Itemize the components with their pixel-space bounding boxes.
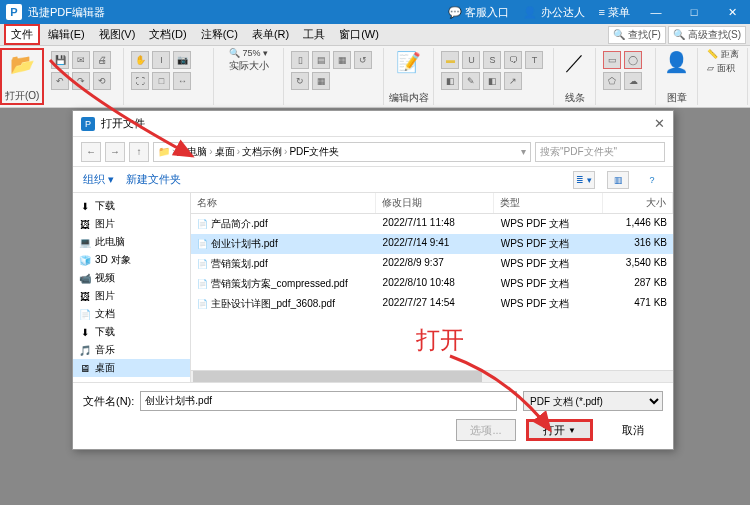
- textbox-icon[interactable]: T: [525, 51, 543, 69]
- file-type-filter[interactable]: PDF 文档 (*.pdf): [523, 391, 663, 411]
- file-row[interactable]: 📄营销策划.pdf2022/8/9 9:37WPS PDF 文档3,540 KB: [191, 254, 673, 274]
- col-date[interactable]: 修改日期: [376, 193, 494, 213]
- menu-window[interactable]: 窗口(W): [333, 25, 385, 44]
- nav-up-icon[interactable]: ↑: [129, 142, 149, 162]
- menu-view[interactable]: 视图(V): [93, 25, 142, 44]
- distance-tool[interactable]: 📏 距离: [707, 48, 739, 61]
- cancel-button[interactable]: 取消: [603, 419, 663, 441]
- sidebar-item[interactable]: 🖼图片: [73, 287, 190, 305]
- redo-icon[interactable]: ↷: [72, 72, 90, 90]
- sidebar-item[interactable]: 📄文档: [73, 305, 190, 323]
- menu-comment[interactable]: 注释(C): [195, 25, 244, 44]
- filename-label: 文件名(N):: [83, 394, 134, 409]
- sidebar-item[interactable]: ⬇下载: [73, 323, 190, 341]
- sidebar-item[interactable]: 🖥桌面: [73, 359, 190, 377]
- nav-back-icon[interactable]: ←: [81, 142, 101, 162]
- arrow-icon[interactable]: ↗: [504, 72, 522, 90]
- underline-icon[interactable]: U: [462, 51, 480, 69]
- file-row[interactable]: 📄产品简介.pdf2022/7/11 11:48WPS PDF 文档1,446 …: [191, 214, 673, 234]
- select-icon[interactable]: I: [152, 51, 170, 69]
- hand-icon[interactable]: ✋: [131, 51, 149, 69]
- minimize-icon[interactable]: —: [644, 6, 668, 18]
- preview-pane-icon[interactable]: ▥: [607, 171, 629, 189]
- rect-icon[interactable]: ▭: [603, 51, 621, 69]
- nav-fwd-icon[interactable]: →: [105, 142, 125, 162]
- callout-icon[interactable]: ◧: [441, 72, 459, 90]
- menu-doc[interactable]: 文档(D): [143, 25, 192, 44]
- menubar: 文件 编辑(E) 视图(V) 文档(D) 注释(C) 表单(R) 工具 窗口(W…: [0, 24, 750, 46]
- highlight-icon[interactable]: ▬: [441, 51, 459, 69]
- view-mode-icon[interactable]: ≣ ▾: [573, 171, 595, 189]
- sidebar-item[interactable]: 🖼图片: [73, 215, 190, 233]
- breadcrumb[interactable]: 📁 › 此电脑› 桌面› 文档示例› PDF文件夹 ▾: [153, 142, 531, 162]
- rotate-icon[interactable]: ⟲: [93, 72, 111, 90]
- menu-tool[interactable]: 工具: [297, 25, 331, 44]
- line-shape-icon: ／: [561, 48, 589, 76]
- oval-icon[interactable]: ◯: [624, 51, 642, 69]
- open-button[interactable]: 打开 ▼: [526, 419, 593, 441]
- sidebar-item[interactable]: 💻此电脑: [73, 233, 190, 251]
- sidebar-item[interactable]: 🧊3D 对象: [73, 251, 190, 269]
- organize-menu[interactable]: 组织 ▾: [83, 172, 114, 187]
- chat-icon[interactable]: 💬 客服入口: [448, 5, 509, 20]
- new-folder-button[interactable]: 新建文件夹: [126, 172, 181, 187]
- grid-icon[interactable]: ▦: [312, 72, 330, 90]
- app-title: 迅捷PDF编辑器: [28, 5, 105, 20]
- page-icon[interactable]: □: [152, 72, 170, 90]
- dialog-close-icon[interactable]: ✕: [654, 116, 665, 131]
- file-row[interactable]: 📄主卧设计详图_pdf_3608.pdf2022/7/27 14:54WPS P…: [191, 294, 673, 314]
- options-button[interactable]: 选项...: [456, 419, 516, 441]
- single-page-icon[interactable]: ▯: [291, 51, 309, 69]
- folder-icon: ⬇: [79, 201, 91, 212]
- sidebar-item[interactable]: 🎵音乐: [73, 341, 190, 359]
- edit-content-icon: 📝: [395, 48, 423, 76]
- strike-icon[interactable]: S: [483, 51, 501, 69]
- folder-icon: ⬇: [79, 327, 91, 338]
- note-icon[interactable]: 🗨: [504, 51, 522, 69]
- ribbon: 📂 打开(O) 💾 ✉ 🖨 ↶ ↷ ⟲ ✋ I 📷 ⛶ □ ↔ 🔍 75% ▾ …: [0, 46, 750, 108]
- sidebar-item[interactable]: 📹视频: [73, 269, 190, 287]
- menu-file[interactable]: 文件: [4, 24, 40, 45]
- rotate-right-icon[interactable]: ↻: [291, 72, 309, 90]
- menu-edit[interactable]: 编辑(E): [42, 25, 91, 44]
- poly-icon[interactable]: ⬠: [603, 72, 621, 90]
- print-icon[interactable]: 🖨: [93, 51, 111, 69]
- sidebar-item[interactable]: ⬇下载: [73, 197, 190, 215]
- menu-form[interactable]: 表单(R): [246, 25, 295, 44]
- folder-icon: 💻: [79, 237, 91, 248]
- user-icon[interactable]: 👤 办公达人: [523, 5, 584, 20]
- cloud-icon[interactable]: ☁: [624, 72, 642, 90]
- col-type[interactable]: 类型: [494, 193, 603, 213]
- eraser-icon[interactable]: ◧: [483, 72, 501, 90]
- dialog-search-input[interactable]: 搜索"PDF文件夹": [535, 142, 665, 162]
- col-size[interactable]: 大小: [603, 193, 673, 213]
- snapshot-icon[interactable]: 📷: [173, 51, 191, 69]
- maximize-icon[interactable]: □: [682, 6, 706, 18]
- find-field[interactable]: 🔍 查找(F): [608, 26, 666, 44]
- menu-icon[interactable]: ≡ 菜单: [599, 5, 630, 20]
- ribbon-stamp[interactable]: 👤 图章: [656, 48, 698, 105]
- cont-page-icon[interactable]: ▤: [312, 51, 330, 69]
- ribbon-lines[interactable]: ／ 线条: [554, 48, 596, 105]
- save-icon[interactable]: 💾: [51, 51, 69, 69]
- file-row[interactable]: 📄创业计划书.pdf2022/7/14 9:41WPS PDF 文档316 KB: [191, 234, 673, 254]
- fit-icon[interactable]: ⛶: [131, 72, 149, 90]
- titlebar: P 迅捷PDF编辑器 💬 客服入口 👤 办公达人 ≡ 菜单 — □ ✕: [0, 0, 750, 24]
- undo-icon[interactable]: ↶: [51, 72, 69, 90]
- file-row[interactable]: 📄营销策划方案_compressed.pdf2022/8/10 10:48WPS…: [191, 274, 673, 294]
- facing-icon[interactable]: ▦: [333, 51, 351, 69]
- help-icon[interactable]: ?: [641, 171, 663, 189]
- advanced-find-field[interactable]: 🔍 高级查找(S): [668, 26, 746, 44]
- mail-icon[interactable]: ✉: [72, 51, 90, 69]
- area-tool[interactable]: ▱ 面积: [707, 62, 739, 75]
- rotate-left-icon[interactable]: ↺: [354, 51, 372, 69]
- zoom-in-icon[interactable]: 🔍 75% ▾: [229, 48, 269, 58]
- ribbon-edit-content[interactable]: 📝 编辑内容: [384, 48, 434, 105]
- horizontal-scrollbar[interactable]: [191, 370, 673, 382]
- filename-input[interactable]: [140, 391, 517, 411]
- pencil-icon[interactable]: ✎: [462, 72, 480, 90]
- col-name[interactable]: 名称: [191, 193, 376, 213]
- width-icon[interactable]: ↔: [173, 72, 191, 90]
- ribbon-open-button[interactable]: 📂 打开(O): [0, 48, 44, 105]
- close-icon[interactable]: ✕: [720, 6, 744, 19]
